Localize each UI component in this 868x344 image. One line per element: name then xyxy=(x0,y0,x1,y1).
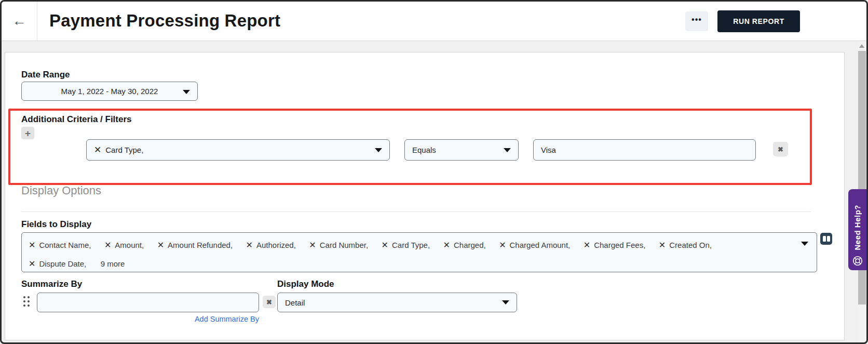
field-chip: Amount Refunded, xyxy=(157,237,233,253)
chip-remove-icon[interactable] xyxy=(584,237,590,253)
caret-down-icon xyxy=(502,300,509,305)
chip-label: Charged, xyxy=(454,237,486,253)
field-chip: Contact Name, xyxy=(29,237,91,253)
caret-down-icon xyxy=(183,90,190,94)
field-chip: Charged, xyxy=(443,237,486,253)
field-chip: Created On, xyxy=(659,237,712,253)
back-arrow-icon: ← xyxy=(12,14,26,28)
chip-label: Amount, xyxy=(115,237,144,253)
display-options-title: Display Options xyxy=(21,184,101,197)
summarize-by-label: Summarize By xyxy=(21,279,82,289)
filter-operator-select[interactable]: Equals xyxy=(404,139,519,161)
app-window: ← Payment Processing Report ••• RUN REPO… xyxy=(0,0,868,344)
run-report-button[interactable]: RUN REPORT xyxy=(717,10,800,32)
columns-icon xyxy=(823,236,826,242)
chip-remove-icon[interactable] xyxy=(29,256,35,272)
additional-criteria-label: Additional Criteria / Filters xyxy=(21,114,132,125)
field-chip: Card Number, xyxy=(309,237,368,253)
field-chip: Card Type, xyxy=(382,237,430,253)
need-help-tab[interactable]: Need Help? xyxy=(848,189,866,270)
chip-label: Dispute Date, xyxy=(39,256,86,272)
chip-label: Authorized, xyxy=(256,237,296,253)
chip-remove-icon[interactable] xyxy=(29,237,35,253)
date-range-label: Date Range xyxy=(21,70,70,80)
chip-label: Charged Fees, xyxy=(594,237,645,253)
column-settings-button[interactable] xyxy=(820,233,832,245)
field-chip: Authorized, xyxy=(246,237,296,253)
caret-down-icon xyxy=(375,148,382,152)
back-button[interactable]: ← xyxy=(2,2,37,41)
fields-chip-row: Dispute Date, 9 more xyxy=(29,256,794,272)
filter-operator-value: Equals xyxy=(412,145,436,154)
fields-to-display-select[interactable]: Contact Name, Amount, Amount Refunded, A… xyxy=(21,232,817,272)
display-mode-value: Detail xyxy=(285,298,305,307)
field-chip: Charged Amount, xyxy=(499,237,570,253)
chip-remove-icon[interactable] xyxy=(382,237,388,253)
chip-label: Contact Name, xyxy=(39,237,91,253)
chip-label: Amount Refunded, xyxy=(168,237,233,253)
chip-remove-icon[interactable] xyxy=(309,237,316,253)
filter-field-value: Card Type, xyxy=(105,145,143,154)
remove-filter-button[interactable]: ✖ xyxy=(773,142,788,156)
fields-to-display-label: Fields to Display xyxy=(21,219,91,230)
date-range-select[interactable]: May 1, 2022 - May 30, 2022 xyxy=(21,82,198,101)
clear-summarize-button[interactable]: ✖ xyxy=(263,296,276,308)
summarize-by-input[interactable] xyxy=(37,293,259,312)
ellipsis-icon: ••• xyxy=(691,15,702,24)
header-bar: ← Payment Processing Report ••• RUN REPO… xyxy=(2,2,866,41)
chip-remove-icon[interactable] xyxy=(443,237,450,253)
caret-down-icon xyxy=(801,242,808,246)
add-filter-button[interactable]: + xyxy=(21,127,34,139)
chip-remove-icon[interactable] xyxy=(157,237,164,253)
chip-remove-icon[interactable] xyxy=(659,237,666,253)
chip-label: Created On, xyxy=(669,237,712,253)
drag-handle-icon[interactable] xyxy=(23,296,32,309)
display-mode-label: Display Mode xyxy=(277,279,334,289)
field-chip: Amount, xyxy=(104,237,144,253)
caret-down-icon xyxy=(504,148,511,152)
life-ring-help-icon xyxy=(852,255,863,267)
chip-remove-icon[interactable] xyxy=(246,237,253,253)
section-divider xyxy=(21,211,811,212)
field-chip: Charged Fees, xyxy=(584,237,646,253)
chip-label: Card Number, xyxy=(320,237,368,253)
display-mode-select[interactable]: Detail xyxy=(277,293,517,312)
more-fields-label[interactable]: 9 more xyxy=(101,259,125,268)
need-help-label: Need Help? xyxy=(853,205,862,250)
chip-remove-icon[interactable] xyxy=(499,237,506,253)
more-options-button[interactable]: ••• xyxy=(685,11,708,31)
header-actions: ••• RUN REPORT xyxy=(685,2,800,41)
filter-field-select[interactable]: ✕ Card Type, xyxy=(86,139,390,161)
scroll-up-arrow-icon[interactable] xyxy=(859,44,864,48)
chip-label: Card Type, xyxy=(392,237,430,253)
fields-chip-row: Contact Name, Amount, Amount Refunded, A… xyxy=(29,237,794,253)
filter-value-input[interactable] xyxy=(533,139,756,161)
chip-label: Charged Amount, xyxy=(510,237,571,253)
remove-field-icon[interactable]: ✕ xyxy=(94,144,101,155)
columns-icon xyxy=(827,236,830,242)
page-title: Payment Processing Report xyxy=(49,11,280,31)
add-summarize-link[interactable]: Add Summarize By xyxy=(37,315,259,323)
report-settings-panel: Date Range May 1, 2022 - May 30, 2022 Ad… xyxy=(5,52,845,340)
date-range-value: May 1, 2022 - May 30, 2022 xyxy=(61,87,158,96)
field-chip: Dispute Date, xyxy=(29,256,86,272)
chip-remove-icon[interactable] xyxy=(104,237,111,253)
